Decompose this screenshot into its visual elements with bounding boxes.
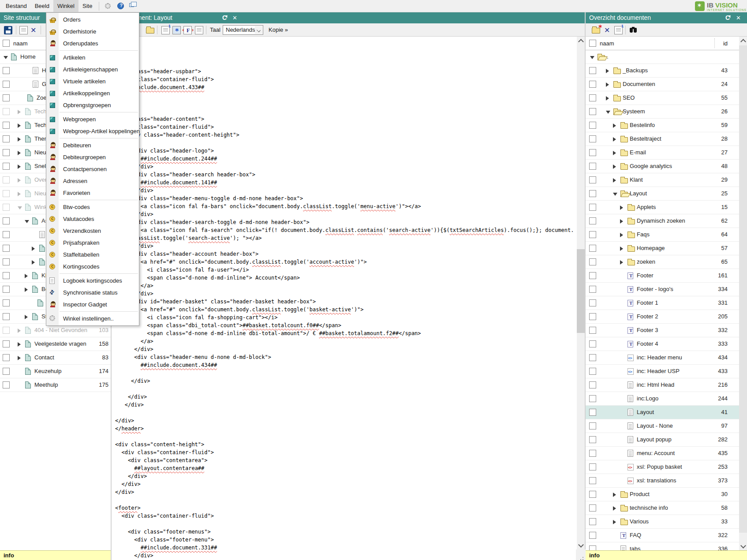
row-checkbox[interactable] — [589, 409, 596, 416]
row-checkbox[interactable] — [3, 258, 10, 265]
menu-item-contactpersonen[interactable]: Contactpersonen — [46, 163, 139, 175]
row-checkbox[interactable] — [589, 135, 596, 142]
expand-arrow-icon[interactable] — [25, 287, 28, 292]
row-checkbox[interactable] — [3, 108, 10, 115]
row-checkbox[interactable] — [3, 94, 10, 101]
expand-arrow-icon[interactable] — [606, 96, 609, 101]
menu-item-favorieten[interactable]: Favorieten — [46, 187, 139, 199]
document-tree-row[interactable]: Layout25 — [586, 187, 739, 201]
row-checkbox[interactable] — [589, 545, 596, 550]
document-tree-row[interactable]: xsl: translations373 — [586, 474, 739, 488]
row-checkbox[interactable] — [589, 149, 596, 156]
row-checkbox[interactable] — [3, 368, 10, 375]
document-tree-row[interactable]: Various33 — [586, 515, 739, 529]
expand-arrow-icon[interactable] — [18, 164, 21, 169]
document-tree-row[interactable]: Google analytics48 — [586, 160, 739, 173]
language-select[interactable]: Nederlands — [223, 25, 263, 35]
expand-arrow-icon[interactable] — [18, 123, 21, 128]
expand-arrow-icon[interactable] — [613, 493, 616, 497]
row-checkbox[interactable] — [3, 67, 10, 74]
scrollbar-thumb[interactable] — [739, 45, 747, 533]
row-checkbox[interactable] — [589, 176, 596, 183]
row-checkbox[interactable] — [589, 190, 596, 197]
expand-arrow-icon[interactable] — [613, 520, 616, 524]
row-checkbox[interactable] — [589, 395, 596, 402]
row-checkbox[interactable] — [589, 504, 596, 511]
new-icon[interactable] — [19, 26, 28, 34]
site-tree-row[interactable]: Contact83 — [0, 351, 111, 365]
document-tree-row[interactable]: Footer - logo's334 — [586, 283, 739, 296]
document-tree-row[interactable]: Klant29 — [586, 173, 739, 187]
expand-arrow-icon[interactable] — [613, 164, 616, 169]
expand-arrow-icon[interactable] — [613, 137, 616, 142]
scroll-down-icon[interactable] — [577, 541, 585, 549]
close-icon[interactable] — [231, 14, 239, 22]
row-checkbox[interactable] — [589, 286, 596, 293]
scroll-down-icon[interactable] — [739, 542, 747, 550]
document-tree-row[interactable]: Documenten24 — [586, 78, 739, 91]
document-tree-row[interactable]: Dynamisch zoeken62 — [586, 214, 739, 228]
save-icon[interactable] — [4, 26, 12, 34]
document-tree-row[interactable]: Bestelinfo59 — [586, 119, 739, 132]
delete-icon[interactable] — [604, 26, 612, 34]
document-tree-row[interactable]: inc: Header menu434 — [586, 351, 739, 365]
expand-arrow-icon[interactable] — [620, 260, 623, 265]
expand-arrow-icon[interactable] — [18, 342, 21, 347]
row-checkbox[interactable] — [589, 299, 596, 306]
row-checkbox[interactable] — [589, 436, 596, 443]
document-tree-row[interactable]: Homepage57 — [586, 242, 739, 255]
refresh-icon[interactable] — [725, 14, 732, 22]
binoculars-icon[interactable] — [629, 27, 638, 35]
row-checkbox[interactable] — [589, 368, 596, 375]
scroll-up-icon[interactable] — [577, 37, 585, 45]
windows-icon[interactable] — [128, 0, 138, 12]
menu-item-virtuele-artikelen[interactable]: Virtuele artikelen — [46, 75, 139, 87]
document-tree-row[interactable]: Besteltraject28 — [586, 132, 739, 146]
row-checkbox[interactable] — [3, 204, 10, 211]
help-icon[interactable] — [116, 0, 125, 12]
menu-item-winkel-instellingen[interactable]: Winkel instellingen.. — [46, 313, 139, 325]
document-tree-row[interactable]: Systeem26 — [586, 105, 739, 119]
select-all-checkbox[interactable] — [3, 40, 10, 47]
menubar-item-beeld[interactable]: Beeld — [31, 0, 53, 12]
expand-arrow-icon[interactable] — [606, 82, 609, 87]
site-tree-row[interactable]: Keuzehulp174 — [0, 365, 111, 378]
expand-arrow-icon[interactable] — [18, 137, 21, 142]
expand-arrow-icon[interactable] — [606, 69, 609, 73]
collapse-arrow-icon[interactable] — [606, 111, 610, 114]
menubar-item-winkel[interactable]: Winkel — [53, 0, 78, 12]
row-checkbox[interactable] — [589, 163, 596, 170]
row-checkbox[interactable] — [589, 463, 596, 470]
doclines-icon[interactable] — [195, 26, 203, 34]
menubar-item-bestand[interactable]: Bestand — [2, 0, 31, 12]
expand-arrow-icon[interactable] — [620, 219, 623, 224]
expand-arrow-icon[interactable] — [25, 315, 28, 319]
row-checkbox[interactable] — [589, 94, 596, 101]
row-checkbox[interactable] — [3, 176, 10, 183]
row-checkbox[interactable] — [3, 299, 10, 306]
menu-item-debiteuren[interactable]: Debiteuren — [46, 139, 139, 151]
row-checkbox[interactable] — [589, 122, 596, 129]
scroll-up-icon[interactable] — [739, 37, 747, 45]
menu-item-orders[interactable]: Orders — [46, 14, 139, 26]
open-icon[interactable] — [146, 28, 154, 34]
row-checkbox[interactable] — [3, 313, 10, 320]
expand-arrow-icon[interactable] — [32, 246, 35, 251]
row-checkbox[interactable] — [589, 354, 596, 361]
expand-arrow-icon[interactable] — [620, 246, 623, 251]
menu-item-debiteurgroepen[interactable]: Debiteurgroepen — [46, 151, 139, 163]
gear-icon[interactable] — [103, 0, 113, 12]
row-checkbox[interactable] — [589, 81, 596, 88]
menu-item-prijsafspraken[interactable]: Prijsafspraken — [46, 237, 139, 249]
expand-arrow-icon[interactable] — [18, 178, 21, 183]
menubar-item-site[interactable]: Site — [78, 0, 96, 12]
menu-item-artikelen[interactable]: Artikelen — [46, 52, 139, 63]
site-tree-row[interactable]: Meethulp175 — [0, 378, 111, 392]
collapse-arrow-icon[interactable] — [18, 206, 22, 209]
expand-arrow-icon[interactable] — [613, 178, 616, 183]
collapse-arrow-icon[interactable] — [4, 56, 8, 59]
row-checkbox[interactable] — [589, 67, 596, 74]
expand-arrow-icon[interactable] — [18, 110, 21, 114]
row-checkbox[interactable] — [3, 163, 10, 170]
expand-arrow-icon[interactable] — [18, 356, 21, 360]
